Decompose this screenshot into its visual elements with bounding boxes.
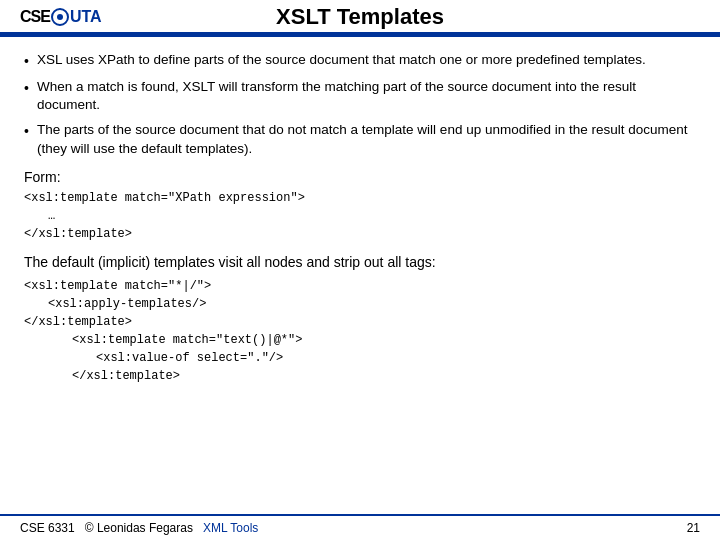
code-default-2: <xsl:apply-templates/>: [24, 295, 696, 313]
footer-page-number: 21: [687, 521, 700, 535]
bullet-icon: •: [24, 52, 29, 72]
list-item: • The parts of the source document that …: [24, 121, 696, 159]
logo: CSE UTA: [20, 8, 102, 26]
list-item: • XSL uses XPath to define parts of the …: [24, 51, 696, 72]
page: CSE UTA XSLT Templates • XSL uses XPath …: [0, 0, 720, 540]
footer-link[interactable]: XML Tools: [203, 521, 258, 535]
header: CSE UTA XSLT Templates: [0, 0, 720, 34]
footer-left: CSE 6331 © Leonidas Fegaras XML Tools: [20, 521, 258, 535]
code-line-2: </xsl:template>: [24, 225, 696, 243]
page-title: XSLT Templates: [276, 4, 444, 30]
bullet-list: • XSL uses XPath to define parts of the …: [24, 51, 696, 159]
code-default-5: <xsl:value-of select="."/>: [24, 349, 696, 367]
code-line-ellipsis: …: [24, 207, 696, 225]
bullet-text-1: XSL uses XPath to define parts of the so…: [37, 51, 646, 70]
list-item: • When a match is found, XSLT will trans…: [24, 78, 696, 116]
bullet-text-2: When a match is found, XSLT will transfo…: [37, 78, 696, 116]
default-code-block: <xsl:template match="*|/"> <xsl:apply-te…: [24, 277, 696, 385]
footer-copyright: © Leonidas Fegaras: [85, 521, 193, 535]
logo-uta: UTA: [70, 8, 102, 26]
bullet-text-3: The parts of the source document that do…: [37, 121, 696, 159]
code-default-1: <xsl:template match="*|/">: [24, 277, 696, 295]
form-code-block: <xsl:template match="XPath expression"> …: [24, 189, 696, 243]
default-templates-text: The default (implicit) templates visit a…: [24, 253, 696, 273]
form-label: Form:: [24, 169, 696, 185]
code-default-6: </xsl:template>: [24, 367, 696, 385]
logo-circle-icon: [51, 8, 69, 26]
logo-cse: CSE: [20, 8, 50, 26]
footer-course: CSE 6331: [20, 521, 75, 535]
bullet-icon: •: [24, 79, 29, 99]
code-default-3: </xsl:template>: [24, 313, 696, 331]
bullet-icon: •: [24, 122, 29, 142]
code-line-1: <xsl:template match="XPath expression">: [24, 189, 696, 207]
main-content: • XSL uses XPath to define parts of the …: [0, 37, 720, 514]
footer: CSE 6331 © Leonidas Fegaras XML Tools 21: [0, 514, 720, 540]
code-default-4: <xsl:template match="text()|@*">: [24, 331, 696, 349]
